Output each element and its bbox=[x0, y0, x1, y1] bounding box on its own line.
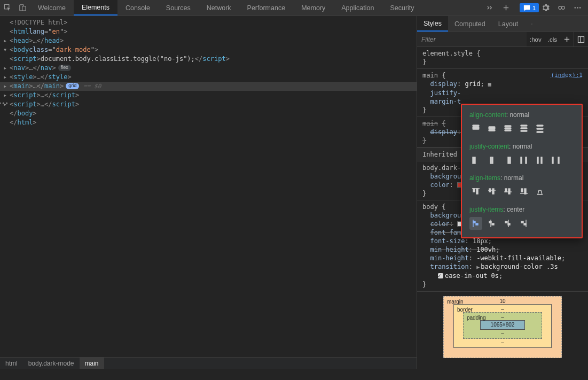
align-option-icon[interactable] bbox=[501, 185, 514, 198]
styles-filter-input[interactable] bbox=[417, 32, 527, 46]
align-option-icon[interactable] bbox=[518, 217, 530, 230]
align-option-icon[interactable] bbox=[518, 154, 530, 167]
breadcrumb-item[interactable]: main bbox=[80, 358, 104, 369]
svg-rect-52 bbox=[489, 221, 491, 223]
svg-rect-11 bbox=[473, 128, 479, 129]
align-option-icon[interactable] bbox=[501, 217, 514, 230]
customize-devtools-icon[interactable] bbox=[554, 4, 569, 12]
tab-memory[interactable]: Memory bbox=[293, 0, 333, 15]
align-option-icon[interactable] bbox=[501, 154, 514, 167]
settings-gear-icon[interactable] bbox=[538, 4, 553, 12]
tab-sources[interactable]: Sources bbox=[158, 0, 199, 15]
svg-rect-46 bbox=[521, 189, 523, 192]
styles-tab-layout[interactable]: Layout bbox=[492, 16, 525, 32]
svg-rect-59 bbox=[524, 223, 526, 225]
dom-node[interactable]: ▸<main>…</main>grid== $0 bbox=[0, 82, 417, 91]
svg-point-6 bbox=[577, 7, 578, 9]
align-option-icon[interactable] bbox=[485, 122, 498, 135]
layout-pill[interactable]: flex bbox=[58, 65, 71, 71]
styles-tabs: StylesComputedLayout bbox=[417, 16, 588, 32]
kebab-menu-icon[interactable] bbox=[570, 4, 585, 12]
align-option-icon[interactable] bbox=[518, 185, 530, 198]
dom-node[interactable]: ▸<script>…</script> bbox=[0, 100, 417, 109]
dom-node[interactable]: <html lang="en"> bbox=[0, 27, 417, 36]
dom-node[interactable]: </body> bbox=[0, 109, 417, 118]
svg-rect-41 bbox=[492, 189, 494, 194]
svg-rect-13 bbox=[489, 128, 495, 129]
device-toggle-icon[interactable] bbox=[15, 0, 30, 15]
box-model-margin[interactable]: margin 10 border – padding – 1065×802 – bbox=[443, 296, 562, 358]
hov-toggle[interactable]: :hov bbox=[527, 32, 545, 46]
top-right-actions: 1 bbox=[482, 0, 588, 15]
styles-tab-styles[interactable]: Styles bbox=[417, 16, 448, 32]
svg-rect-50 bbox=[476, 223, 478, 225]
align-option-icon[interactable] bbox=[469, 122, 482, 135]
more-tabs-chevrons-icon[interactable] bbox=[482, 4, 497, 12]
box-model-padding[interactable]: padding – 1065×802 – bbox=[463, 312, 542, 339]
box-model-border[interactable]: border – padding – 1065×802 – – bbox=[453, 304, 552, 348]
align-option-icon[interactable] bbox=[534, 154, 546, 167]
styles-tab-computed[interactable]: Computed bbox=[448, 16, 492, 32]
svg-rect-20 bbox=[521, 130, 527, 131]
svg-rect-23 bbox=[537, 131, 543, 133]
svg-rect-2 bbox=[22, 6, 26, 11]
dom-node[interactable]: <!DOCTYPE html> bbox=[0, 18, 417, 27]
svg-rect-26 bbox=[490, 157, 491, 164]
issues-button[interactable]: 1 bbox=[522, 3, 537, 12]
dom-node[interactable]: ▸<nav>…</nav>flex bbox=[0, 64, 417, 73]
styles-filter-bar: :hov .cls bbox=[417, 32, 588, 47]
align-option-icon[interactable] bbox=[534, 122, 546, 135]
breadcrumb-item[interactable]: body.dark-mode bbox=[23, 358, 80, 369]
svg-rect-30 bbox=[521, 157, 522, 164]
cls-toggle[interactable]: .cls bbox=[545, 32, 560, 46]
align-option-icon[interactable] bbox=[469, 154, 482, 167]
rule-source-link[interactable]: (index):1 bbox=[551, 71, 583, 80]
align-option-icon[interactable] bbox=[501, 122, 514, 135]
styles-panel: StylesComputedLayout :hov .cls element.s… bbox=[417, 16, 588, 369]
dom-node[interactable]: ▸<head>…</head> bbox=[0, 36, 417, 45]
tab-elements[interactable]: Elements bbox=[74, 0, 117, 15]
svg-rect-15 bbox=[505, 126, 511, 127]
add-tab-icon[interactable] bbox=[498, 4, 513, 12]
svg-point-3 bbox=[558, 6, 561, 10]
svg-rect-55 bbox=[505, 221, 507, 223]
dom-tree[interactable]: <!DOCTYPE html> <html lang="en"> ▸<head>… bbox=[0, 16, 417, 357]
dom-node[interactable]: ▸<script>…</script> bbox=[0, 91, 417, 100]
tab-console[interactable]: Console bbox=[117, 0, 158, 15]
align-option-icon[interactable] bbox=[469, 217, 482, 230]
svg-rect-28 bbox=[508, 157, 509, 164]
dom-node[interactable]: <script>document.body.classList.toggle("… bbox=[0, 55, 417, 64]
tab-welcome[interactable]: Welcome bbox=[30, 0, 74, 15]
breadcrumb-item[interactable]: html bbox=[0, 358, 23, 369]
dom-node[interactable]: ▾<body class="dark-mode"> bbox=[0, 45, 417, 55]
tab-performance[interactable]: Performance bbox=[239, 0, 294, 15]
tab-application[interactable]: Application bbox=[333, 0, 382, 15]
align-option-icon[interactable] bbox=[485, 154, 498, 167]
tab-network[interactable]: Network bbox=[199, 0, 239, 15]
decl-checkbox-icon[interactable] bbox=[438, 273, 443, 278]
svg-rect-33 bbox=[541, 157, 542, 164]
inspect-element-icon[interactable] bbox=[0, 0, 15, 15]
computed-toggle-icon[interactable] bbox=[574, 32, 588, 46]
svg-rect-22 bbox=[537, 128, 543, 129]
align-option-icon[interactable] bbox=[534, 185, 546, 198]
svg-rect-25 bbox=[474, 157, 475, 164]
align-option-icon[interactable] bbox=[485, 217, 498, 230]
rule-element-style[interactable]: element.style { } bbox=[417, 47, 588, 69]
expand-tri-icon[interactable]: ▶ bbox=[476, 263, 480, 272]
svg-rect-37 bbox=[473, 189, 475, 192]
svg-rect-10 bbox=[473, 127, 479, 128]
align-option-icon[interactable] bbox=[469, 185, 482, 198]
align-option-icon[interactable] bbox=[485, 185, 498, 198]
new-style-rule-icon[interactable] bbox=[560, 32, 574, 46]
tab-security[interactable]: Security bbox=[382, 0, 422, 15]
dom-node[interactable]: </html> bbox=[0, 118, 417, 127]
dom-node[interactable]: ▸<style>…</style> bbox=[0, 73, 417, 82]
align-option-icon[interactable] bbox=[550, 154, 562, 167]
svg-rect-56 bbox=[508, 223, 510, 225]
svg-rect-31 bbox=[526, 157, 527, 164]
grid-swatch-icon[interactable]: ▦ bbox=[488, 81, 491, 87]
styles-more-tabs-icon[interactable] bbox=[524, 16, 539, 32]
align-option-icon[interactable] bbox=[518, 122, 530, 135]
layout-pill[interactable]: grid bbox=[66, 83, 79, 89]
